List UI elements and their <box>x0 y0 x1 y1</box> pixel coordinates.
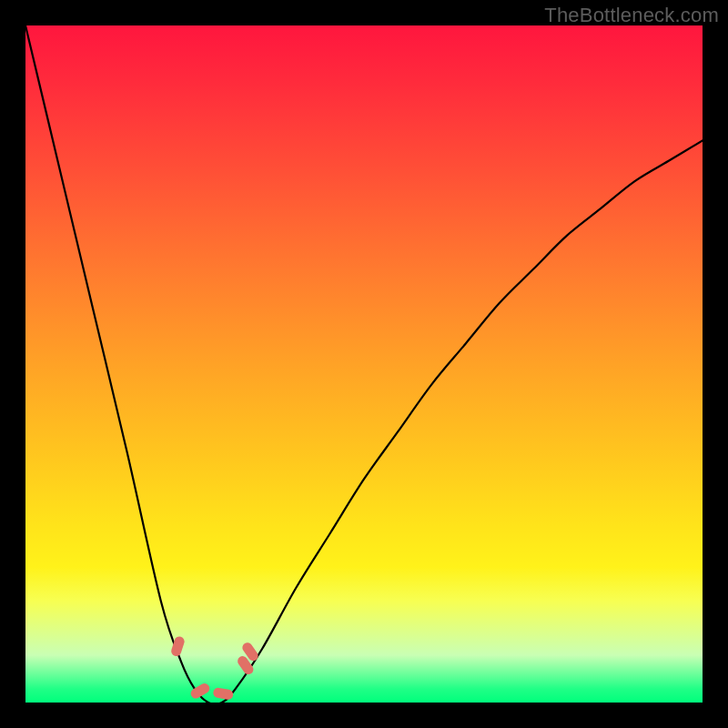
watermark-text: TheBottleneck.com <box>544 4 719 27</box>
curve-svg <box>25 25 703 703</box>
chart-frame: TheBottleneck.com <box>0 0 728 728</box>
bottleneck-curve <box>25 25 703 703</box>
curve-marker <box>212 687 234 701</box>
plot-area <box>25 25 703 703</box>
